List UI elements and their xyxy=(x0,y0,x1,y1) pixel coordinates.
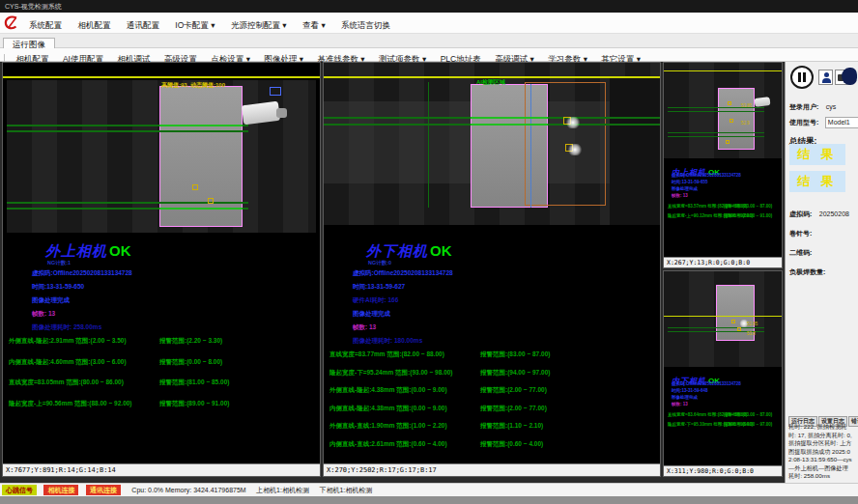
person-icon xyxy=(822,78,831,83)
pixel-coordinates-bar: X:267;Y:13;R:0;G:0;B:0 xyxy=(664,257,782,267)
login-user-value: cys xyxy=(826,103,837,110)
measurement-row: 隆起宽度-上=90.12mm 范围:(88.00 ~ 92.00) 报警范围:(… xyxy=(664,213,782,223)
camera-name: 外下相机 xyxy=(366,243,428,259)
roi-box-blue xyxy=(270,87,281,96)
measure-value: 内侧直线-隆起:4.60mm 范围:(3.00 ~ 6.00) xyxy=(9,358,127,367)
reference-line-yellow xyxy=(664,316,782,317)
frame-count: 帧数: 13 xyxy=(353,323,376,332)
model-row: 使用型号: Model1 xyxy=(789,111,858,128)
camera-image-inner-bottom[interactable]: 52.85 53.8 xyxy=(664,271,782,367)
pause-button[interactable] xyxy=(790,66,814,89)
heartbeat-status-badge: 心跳信号 xyxy=(2,485,37,495)
comm-connection-badge: 通讯连接 xyxy=(86,485,121,495)
camera-image-inner-top[interactable]: 53.85 52.9 xyxy=(664,63,782,158)
pin-number-row: 卷针号: xyxy=(789,222,812,239)
inspected-part-region xyxy=(718,88,755,150)
alarm-range: 报警范围:(83.00 ~ 87.00) xyxy=(724,412,772,417)
bottom-strip xyxy=(0,496,858,504)
measurement-list: 直线宽度=83.64mm 范围:(82.00 ~ 88.00) 报警范围:(83… xyxy=(664,412,782,432)
measure-mark-label: 52.9 xyxy=(741,121,750,126)
measurement-row: 隆起宽度-上=90.56mm 范围:(88.00 ~ 92.00) 报警范围:(… xyxy=(3,400,320,421)
process-elapsed: 图像处理耗时: 258.00ms xyxy=(32,323,101,332)
result-ok-label: OK xyxy=(109,242,131,259)
qr-code-label: 二维码: xyxy=(789,249,812,256)
menu-item-comm-config[interactable]: 通讯配置 xyxy=(127,14,159,36)
pin-number-label: 卷针号: xyxy=(789,230,812,237)
weld-glow-spot xyxy=(567,144,583,155)
roi-box-yellow xyxy=(208,198,214,204)
timestamp: 时间:13-31-59-648 xyxy=(672,388,708,393)
measure-value: 外侧直线-隆起:2.91mm 范围:(2.00 ~ 3.50) xyxy=(9,337,127,346)
result-box-top: 结 果 xyxy=(789,144,845,165)
measure-mark-label: 53.85 xyxy=(741,103,752,108)
ai-elapsed: 硬件AI耗时: 166 xyxy=(353,296,398,305)
virtual-code: 虚拟码:Offline20250208133134728 xyxy=(672,381,741,386)
camera-image-outer-top[interactable]: 高阈值:93, 动态阈值:100 xyxy=(3,63,320,235)
measurement-row: 内侧直线-隆起:4.38mm 范围:(0.00 ~ 9.00) 报警范围:(2.… xyxy=(324,405,660,423)
menu-item-language-switch[interactable]: 系统语言切换 xyxy=(341,14,390,36)
camera-result-title: 外上相机OK xyxy=(45,242,131,261)
measure-line xyxy=(471,124,548,126)
top-camera-status: 上相机1:相机检测 xyxy=(256,484,309,496)
model-select[interactable]: Model1 xyxy=(825,117,858,128)
camera-view-inner-bottom[interactable]: 52.85 53.8 内下相机OK 虚拟码:Offline20250208133… xyxy=(663,270,783,477)
camera-view-inner-top[interactable]: 53.85 52.9 内上相机OK 虚拟码:Offline20250208133… xyxy=(663,62,783,268)
menu-bar: 系统配置 相机配置 通讯配置 IO卡配置 ▾ 光源控制配置 ▾ 查看 ▾ 系统语… xyxy=(0,13,858,34)
alarm-range: 报警范围:(2.20 ~ 3.30) xyxy=(159,337,222,346)
result-box-top-text: 结 果 xyxy=(797,147,838,161)
measure-mark-label: 53.8 xyxy=(747,331,756,336)
pixel-coordinates-bar: X:311;Y:980;R:0;G:0;B:0 xyxy=(664,465,782,476)
alarm-range: 报警范围:(2.00 ~ 77.00) xyxy=(480,405,547,413)
user-login-button[interactable] xyxy=(818,70,833,85)
measure-mark-label: 52.85 xyxy=(747,322,758,326)
measure-line xyxy=(159,125,243,126)
timestamp: 时间:13-31-59-627 xyxy=(353,283,405,292)
measurement-row: 直线宽度=83.64mm 范围:(82.00 ~ 88.00) 报警范围:(83… xyxy=(664,412,782,422)
roi-box-yellow xyxy=(726,140,729,144)
virtual-code: 虚拟码:Offline20250208133134728 xyxy=(353,269,453,278)
alarm-range: 报警范围:(83.00 ~ 87.00) xyxy=(724,204,772,209)
inspected-part-region xyxy=(159,86,243,227)
process-done-label: 图像处理完成 xyxy=(32,296,70,305)
menu-item-light-config[interactable]: 光源控制配置 ▾ xyxy=(231,14,287,36)
measure-value: 外侧直线-直线:1.90mm 范围:(1.00 ~ 2.20) xyxy=(329,422,447,431)
measure-value: 隆起宽度-上=90.56mm 范围:(88.00 ~ 92.00) xyxy=(9,400,132,408)
menu-item-view[interactable]: 查看 ▾ xyxy=(302,14,326,36)
window-titlebar: CYS-视觉检测系统 xyxy=(0,0,858,13)
measurement-row: 外侧直线-隆起:2.91mm 范围:(2.00 ~ 3.50) 报警范围:(2.… xyxy=(3,337,320,358)
reference-line-yellow xyxy=(3,76,320,78)
measure-line-vertical xyxy=(428,82,429,208)
measure-value: 直线宽度=83.77mm 范围:(82.00 ~ 88.00) xyxy=(329,350,444,359)
pixel-coordinates-bar: X:270;Y:2502;R:17;G:17;B:17 xyxy=(324,463,660,476)
window-title: CYS-视觉检测系统 xyxy=(5,3,62,10)
alarm-range: 报警范围:(0.60 ~ 4.00) xyxy=(480,440,543,449)
camera-view-outer-top[interactable]: 高阈值:93, 动态阈值:100 外上相机OK NG计数:1 虚拟码:Offli… xyxy=(2,62,321,477)
alarm-range: 报警范围:(81.00 ~ 85.00) xyxy=(159,378,229,387)
measurement-row: 内侧直线-直线:2.61mm 范围:(0.60 ~ 4.00) 报警范围:(0.… xyxy=(324,440,660,459)
ng-count: NG计数:0 xyxy=(368,260,391,266)
measurement-row: 直线宽度=83.77mm 范围:(82.00 ~ 88.00) 报警范围:(83… xyxy=(324,350,660,369)
tab-strip: 运行图像 xyxy=(0,34,858,48)
alarm-range: 报警范围:(89.00 ~ 91.00) xyxy=(724,213,772,218)
timestamp: 时间:13-31-59-650 xyxy=(32,283,84,292)
frame-count: 帧数: 13 xyxy=(672,402,688,406)
measurement-list: 外侧直线-隆起:2.91mm 范围:(2.00 ~ 3.50) 报警范围:(2.… xyxy=(3,337,320,420)
measurement-row: 外侧直线-隆起:4.38mm 范围:(0.00 ~ 9.00) 报警范围:(2.… xyxy=(324,386,660,405)
measurement-list: 直线宽度=83.57mm 范围:(82.00 ~ 88.00) 报警范围:(83… xyxy=(664,204,782,223)
camera-view-outer-bottom[interactable]: AI检测区域 外下相机OK NG计数:0 虚拟码:Offline20250208… xyxy=(323,62,661,477)
weld-glow-spot xyxy=(565,117,581,128)
cpu-memory-status: Cpu: 0.0% Memory: 3424.41796875M xyxy=(131,484,245,496)
alarm-range: 报警范围:(83.00 ~ 87.00) xyxy=(480,350,550,359)
moon-icon[interactable] xyxy=(842,68,857,85)
alarm-range: 报警范围:(94.00 ~ 97.00) xyxy=(724,422,772,427)
menu-item-camera-config[interactable]: 相机配置 xyxy=(77,14,110,36)
measure-value: 内侧直线-直线:2.61mm 范围:(0.60 ~ 4.00) xyxy=(329,440,447,449)
menu-item-io-config[interactable]: IO卡配置 ▾ xyxy=(175,14,214,36)
menu-item-system-config[interactable]: 系统配置 xyxy=(29,14,62,36)
measure-line xyxy=(668,111,764,112)
camera-image-outer-bottom[interactable]: AI检测区域 xyxy=(324,63,660,227)
photo-dark-area xyxy=(610,78,660,225)
frame-count: 帧数: 13 xyxy=(672,193,688,198)
process-done-label: 图像处理完成 xyxy=(672,186,698,191)
alarm-range: 报警范围:(2.00 ~ 77.00) xyxy=(480,386,547,395)
